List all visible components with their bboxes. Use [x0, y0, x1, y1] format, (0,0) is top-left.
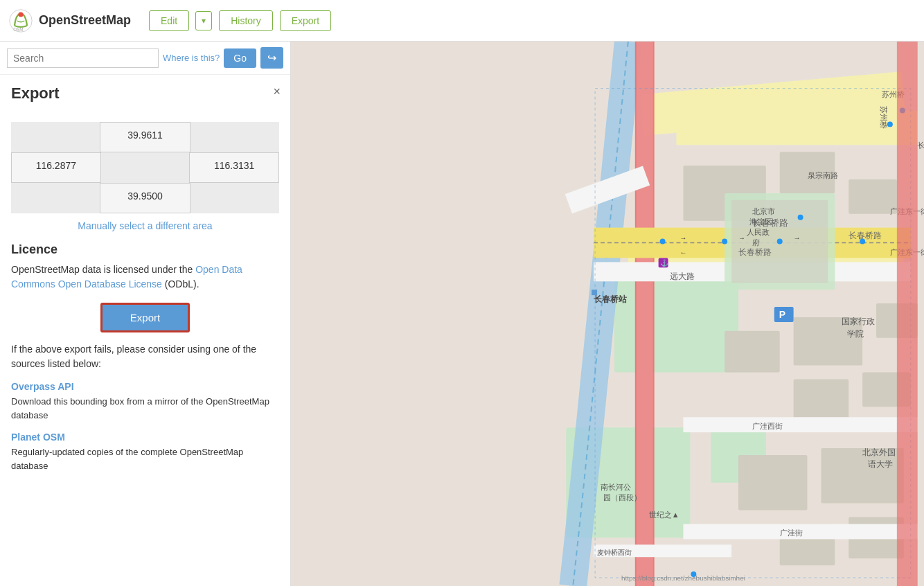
- sidebar-scroll-content: Export × 39.9611 116.2877 116.31: [0, 75, 290, 586]
- svg-rect-22: [794, 380, 849, 421]
- svg-text:世纪之▲: 世纪之▲: [649, 510, 679, 519]
- licence-text: OpenStreetMap data is licensed under the…: [11, 263, 279, 292]
- overpass-api-section: Overpass API Download this bounding box …: [11, 381, 279, 422]
- svg-point-1: [18, 12, 23, 17]
- svg-point-62: [722, 239, 727, 245]
- svg-text:长春桥路: 长春桥路: [917, 139, 924, 150]
- history-button[interactable]: History: [219, 10, 273, 31]
- main: Where is this? Go ↪ Export × 39.9611: [0, 42, 924, 586]
- export-fail-text: If the above export fails, please consid…: [11, 342, 279, 371]
- svg-rect-37: [592, 290, 597, 295]
- export-panel-title: Export: [11, 85, 60, 103]
- svg-text:学院: 学院: [847, 329, 864, 339]
- svg-text:府: 府: [752, 238, 760, 247]
- svg-point-63: [777, 239, 783, 245]
- coord-empty-br: [190, 183, 279, 213]
- svg-text:北京市: 北京市: [752, 207, 775, 215]
- osm-logo-icon: OSM: [8, 8, 33, 33]
- svg-text:苏州桥: 苏州桥: [880, 106, 888, 129]
- svg-point-61: [660, 239, 666, 245]
- coordinate-grid: 39.9611 116.2877 116.3131 39.9500: [11, 122, 279, 213]
- svg-rect-50: [683, 417, 917, 432]
- svg-text:广洼街: 广洼街: [780, 529, 803, 537]
- map-svg: 长春桥路 长春桥路 长春桥路 远大路 广洼东一街 广洼东一街 长春桥站 ⚓ P …: [291, 42, 924, 586]
- svg-text:→: →: [794, 234, 801, 242]
- sidebar: Where is this? Go ↪ Export × 39.9611: [0, 42, 291, 586]
- svg-point-64: [860, 239, 865, 245]
- svg-text:南长河公: 南长河公: [601, 483, 631, 491]
- svg-text:长春桥路: 长春桥路: [849, 231, 882, 240]
- svg-text:OSM: OSM: [13, 27, 23, 32]
- export-panel: Export × 39.9611 116.2877 116.31: [0, 75, 290, 492]
- coord-right: 116.3131: [189, 152, 279, 183]
- directions-button[interactable]: ↪: [260, 47, 283, 69]
- header: OSM OpenStreetMap Edit ▾ History Export: [0, 0, 924, 42]
- logo-area: OSM OpenStreetMap: [8, 8, 131, 33]
- svg-text:北京外国: 北京外国: [862, 447, 896, 457]
- svg-text:广洼西街: 广洼西街: [752, 422, 783, 430]
- svg-text:泉宗南路: 泉宗南路: [808, 171, 838, 179]
- coord-empty-tr: [190, 122, 279, 152]
- coord-empty-bl: [11, 183, 100, 213]
- overpass-api-title[interactable]: Overpass API: [11, 381, 279, 392]
- planet-osm-desc: Regularly-updated copies of the complete…: [11, 445, 279, 472]
- svg-text:长春桥站: 长春桥站: [594, 294, 628, 304]
- map-area[interactable]: 长春桥路 长春桥路 长春桥路 远大路 广洼东一街 广洼东一街 长春桥站 ⚓ P …: [291, 42, 924, 586]
- licence-title: Licence: [11, 242, 279, 257]
- svg-text:P: P: [779, 309, 785, 320]
- svg-text:人民政: 人民政: [747, 228, 770, 236]
- coord-bottom: 39.9500: [100, 183, 190, 213]
- svg-text:远大路: 远大路: [670, 272, 695, 281]
- svg-text:园（西段）: 园（西段）: [603, 493, 641, 501]
- planet-osm-title[interactable]: Planet OSM: [11, 432, 279, 443]
- close-button[interactable]: ×: [273, 85, 281, 99]
- svg-rect-19: [725, 331, 780, 373]
- svg-text:⚓: ⚓: [660, 258, 669, 267]
- svg-rect-11: [637, 42, 653, 586]
- coord-empty-tl: [11, 122, 100, 152]
- logo-text: OpenStreetMap: [39, 13, 131, 28]
- export-button-wrapper: Export: [11, 303, 279, 332]
- coord-left: 116.2877: [11, 152, 101, 183]
- search-input[interactable]: [7, 48, 159, 68]
- svg-point-66: [887, 121, 893, 127]
- svg-text:长春桥路: 长春桥路: [738, 247, 772, 257]
- go-button[interactable]: Go: [224, 48, 256, 68]
- svg-rect-24: [738, 455, 807, 510]
- svg-point-65: [798, 215, 803, 220]
- edit-dropdown-button[interactable]: ▾: [195, 11, 212, 30]
- edit-button[interactable]: Edit: [149, 10, 189, 31]
- coord-top: 39.9611: [100, 122, 190, 152]
- svg-text:语大学: 语大学: [868, 459, 893, 469]
- where-is-this-link[interactable]: Where is this?: [163, 53, 220, 63]
- svg-text:国家行政: 国家行政: [842, 317, 875, 326]
- svg-rect-75: [897, 42, 918, 586]
- search-bar: Where is this? Go ↪: [0, 42, 290, 75]
- svg-text:→: →: [679, 234, 686, 242]
- export-button[interactable]: Export: [100, 303, 190, 332]
- svg-text:←: ←: [679, 249, 686, 256]
- planet-osm-section: Planet OSM Regularly-updated copies of t…: [11, 432, 279, 472]
- overpass-api-desc: Download this bounding box from a mirror…: [11, 395, 279, 422]
- svg-text:海淀区: 海淀区: [749, 217, 772, 226]
- svg-text:麦钟桥西街: 麦钟桥西街: [597, 549, 632, 556]
- export-nav-button[interactable]: Export: [280, 10, 331, 31]
- svg-text:→: →: [738, 234, 745, 242]
- licence-section: Licence OpenStreetMap data is licensed u…: [11, 242, 279, 292]
- coord-empty-mid: [101, 152, 190, 183]
- manually-select-link[interactable]: Manually select a different area: [11, 220, 279, 231]
